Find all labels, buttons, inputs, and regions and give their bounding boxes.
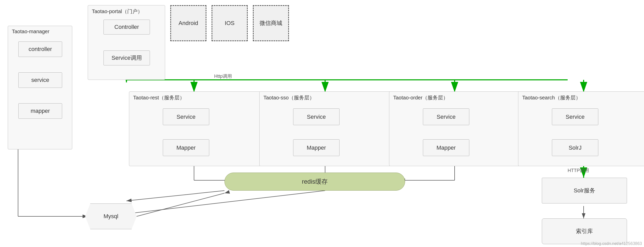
svg-line-26	[137, 193, 224, 216]
sso-service-box: Service	[293, 108, 340, 125]
manager-container: Taotao-manager controller service mapper	[8, 26, 72, 149]
search-service-box: Service	[552, 108, 598, 125]
mysql-box: Mysql	[85, 203, 137, 229]
android-box: Android	[170, 5, 206, 41]
rest-service-box: Service	[163, 108, 209, 125]
rest-container: Taotao-rest（服务层） Service Mapper	[129, 91, 261, 166]
index-lib-box: 索引库	[542, 218, 627, 244]
portal-label: Taotao-portal（门户）	[92, 8, 143, 15]
sso-container: Taotao-sso（服务层） Service Mapper	[259, 91, 391, 166]
order-container: Taotao-order（服务层） Service Mapper	[389, 91, 521, 166]
rest-mapper-box: Mapper	[163, 139, 209, 156]
http-call-label: HTTP调用	[568, 167, 589, 174]
search-container: Taotao-search（服务层） Service SolrJ	[518, 91, 644, 166]
sso-label: Taotao-sso（服务层）	[263, 94, 315, 101]
portal-controller-box: Controller	[103, 20, 150, 35]
sso-mapper-box: Mapper	[293, 139, 340, 156]
svg-line-23	[126, 191, 325, 214]
ios-box: IOS	[212, 5, 248, 41]
watermark: https://blog.csdn.net/a412563863	[581, 241, 642, 246]
order-label: Taotao-order（服务层）	[393, 94, 448, 101]
rest-label: Taotao-rest（服务层）	[133, 94, 185, 101]
wechat-box: 微信商城	[253, 5, 289, 41]
solr-service-box: Solr服务	[542, 178, 627, 203]
order-service-box: Service	[423, 108, 469, 125]
search-label: Taotao-search（服务层）	[522, 94, 581, 101]
svg-line-22	[126, 191, 224, 201]
service-box: service	[18, 72, 62, 88]
portal-service-box: Service调用	[103, 50, 150, 65]
svg-text:Http调用: Http调用	[214, 74, 232, 79]
controller-box: controller	[18, 41, 62, 57]
mapper-box: mapper	[18, 103, 62, 119]
order-mapper-box: Mapper	[423, 139, 469, 156]
redis-box: redis缓存	[224, 173, 405, 191]
manager-label: Taotao-manager	[12, 29, 50, 35]
search-solrj-box: SolrJ	[552, 139, 598, 156]
portal-container: Taotao-portal（门户） Controller Service调用	[88, 5, 165, 80]
